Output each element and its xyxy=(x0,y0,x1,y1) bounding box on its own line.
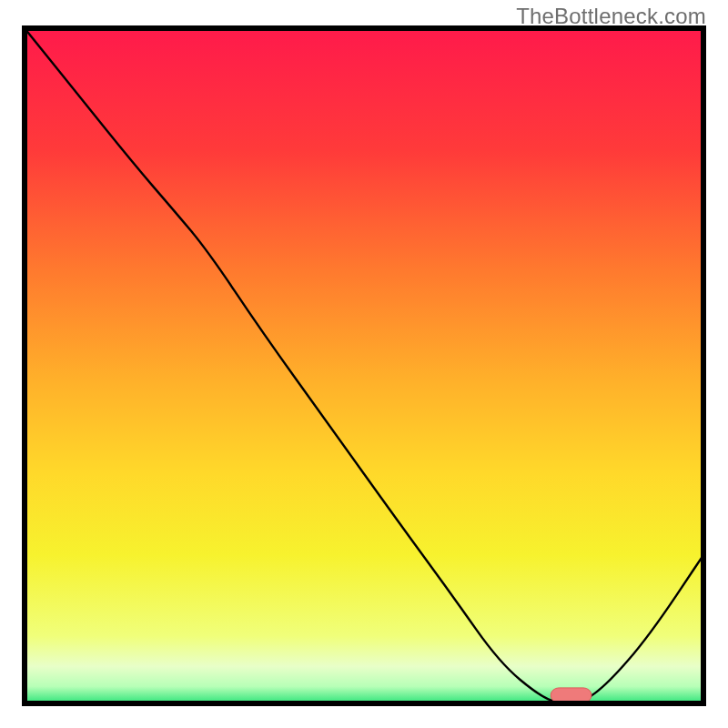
minimum-marker xyxy=(551,688,592,703)
plot-area xyxy=(22,25,706,706)
chart-frame: TheBottleneck.com xyxy=(0,0,728,728)
watermark-text: TheBottleneck.com xyxy=(516,4,706,29)
gradient-background xyxy=(25,28,703,703)
bottleneck-chart-svg xyxy=(22,25,706,706)
